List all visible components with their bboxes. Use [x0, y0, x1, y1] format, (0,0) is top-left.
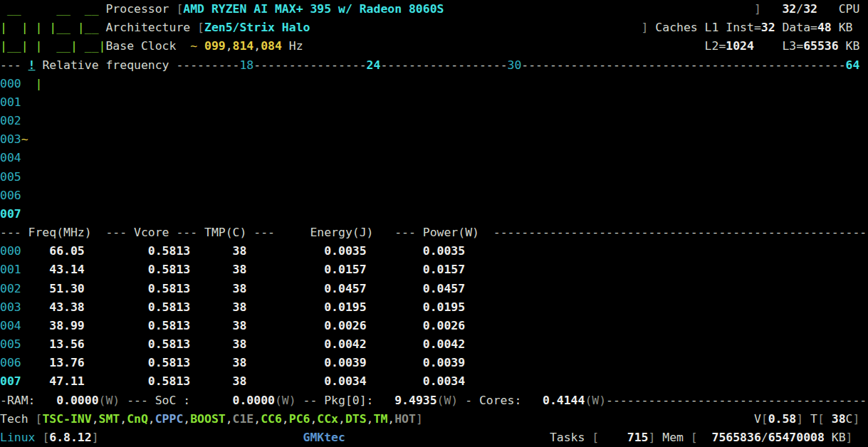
voltage-value: 0.58	[768, 410, 797, 428]
col-header-vcore: Vcore	[134, 224, 169, 242]
comma: ,	[148, 410, 155, 428]
relative-frequency-scale-line: ---!Relative frequency---------18-------…	[0, 56, 868, 75]
caches-l1-data-label: Data=	[782, 19, 817, 37]
l1-inst-kb: 32	[761, 19, 775, 37]
rule-dashes: ---	[105, 224, 127, 242]
rule-dashes: ----------------------------------------…	[493, 224, 867, 242]
kernel-version: 6.8.12	[49, 428, 91, 447]
tmp-c-value: 38	[233, 354, 247, 372]
bracket-open: [	[197, 19, 204, 37]
freq-mhz-value: 43.38	[49, 298, 84, 317]
tmp-c-value: 38	[233, 261, 247, 279]
corefreq-terminal: __ __ __Processor[AMD RYZEN AI MAX+ 395 …	[0, 0, 868, 447]
bracket-close: ]	[416, 410, 423, 428]
comma: ,	[387, 410, 394, 428]
freq-mhz-value: 13.56	[49, 335, 84, 354]
comma: ,	[253, 410, 261, 428]
sensor-row-001: 00143.140.5813380.01570.0157	[0, 261, 868, 279]
flag-ccx: CCx	[317, 410, 338, 428]
bracket-close: ]	[796, 410, 803, 428]
sensor-row-007: 00747.110.5813380.00340.0034	[0, 372, 868, 391]
kb-unit: KB	[846, 37, 860, 56]
bracket-open: [	[592, 428, 599, 447]
vcore-value: 0.5813	[148, 298, 190, 317]
sensor-row-003: 00343.380.5813380.01950.0195	[0, 298, 868, 317]
core-label: 001	[0, 93, 21, 112]
flag-cppc: CPPC	[155, 410, 184, 428]
caches-l1-inst-label: Caches L1 Inst=	[655, 19, 760, 37]
header-baseclock-line: |__| | __| __|Base Clock~099,814,084HzL2…	[0, 37, 868, 56]
bracket-open: [	[35, 410, 42, 428]
core-frequency-row-002: 002	[0, 112, 868, 130]
comma: ,	[253, 37, 261, 56]
tmp-c-value: 38	[233, 242, 247, 261]
comma: ,	[226, 410, 233, 428]
rule-dashes: ---	[176, 224, 197, 242]
core-label: 000	[0, 75, 21, 93]
core-label: 006	[0, 186, 21, 205]
tmp-c-value: 38	[233, 298, 247, 317]
rule-dashes: ----------------------------------------…	[521, 56, 845, 75]
voltage-label: V	[754, 410, 761, 428]
hostname: GMKtec	[303, 428, 345, 447]
core-frequency-row-006: 006	[0, 186, 868, 205]
comma: ,	[282, 410, 289, 428]
scale-mark-30: 30	[508, 56, 522, 75]
mem-total-kb: 65470008	[768, 428, 825, 447]
core-label: 004	[0, 317, 21, 335]
base-clock-hz-group-1: 099	[204, 37, 226, 56]
core-frequency-row-007: 007	[0, 205, 868, 224]
watt-unit: (W)	[275, 391, 296, 410]
celsius-unit: C	[846, 410, 853, 428]
power-w-value: 0.0034	[423, 372, 465, 391]
mem-label: Mem	[662, 428, 684, 447]
approx-tilde: ~	[190, 37, 197, 56]
freq-mhz-value: 38.99	[49, 317, 84, 335]
architecture-label: Architecture	[105, 19, 190, 37]
l1-data-kb: 48	[817, 19, 832, 37]
core-marker: ~	[21, 130, 28, 149]
header-architecture-line: | | | |__ |__Architecture[Zen5/Strix Hal…	[0, 19, 868, 37]
bracket-close: ]	[92, 428, 99, 447]
comma: ,	[310, 410, 317, 428]
cpu-total-count: 32	[803, 0, 817, 19]
power-w-value: 0.0026	[423, 317, 465, 335]
bracket-close: ]	[852, 410, 859, 428]
rule-dashes: -------------------------------------	[606, 391, 867, 410]
col-header-energy: Energy(J)	[310, 224, 373, 242]
bracket-open: [	[176, 0, 183, 19]
freq-mhz-value: 66.05	[49, 242, 84, 261]
ram-power-value: 0.0000	[56, 391, 98, 410]
comma: ,	[92, 410, 99, 428]
flag-tsc-inv: TSC-INV	[42, 410, 91, 428]
core-label: 000	[0, 242, 21, 261]
power-w-value: 0.0039	[423, 354, 465, 372]
energy-j-value: 0.0042	[324, 335, 366, 354]
comma: ,	[183, 410, 190, 428]
tasks-label: Tasks	[550, 428, 585, 447]
tech-label: Tech	[0, 410, 28, 428]
rule-dashes: ----------------	[253, 56, 366, 75]
mem-used-kb: 7565836	[712, 428, 761, 447]
base-clock-hz-group-2: 814	[233, 37, 254, 56]
freq-mhz-value: 43.14	[49, 261, 84, 279]
kb-unit: KB	[832, 428, 846, 447]
core-label: 002	[0, 112, 21, 130]
slash: /	[796, 0, 803, 19]
core-frequency-row-005: 005	[0, 168, 868, 186]
col-header-tmp: TMP(C)	[204, 224, 246, 242]
slash: /	[761, 428, 768, 447]
sensor-row-002: 00251.300.5813380.04570.0457	[0, 280, 868, 298]
bracket-close: ]	[846, 428, 853, 447]
col-header-freq: Freq(MHz)	[28, 224, 92, 242]
power-w-value: 0.0157	[423, 261, 465, 279]
scale-mark-18: 18	[239, 56, 253, 75]
core-frequency-row-000: 000|	[0, 75, 868, 93]
ram-power-label: -RAM:	[0, 391, 35, 410]
core-label: 001	[0, 261, 21, 279]
tmp-c-value: 38	[233, 335, 247, 354]
watt-unit: (W)	[99, 391, 120, 410]
vcore-value: 0.5813	[148, 335, 190, 354]
cpu-online-count: 32	[782, 0, 796, 19]
core-label: 007	[0, 205, 21, 224]
